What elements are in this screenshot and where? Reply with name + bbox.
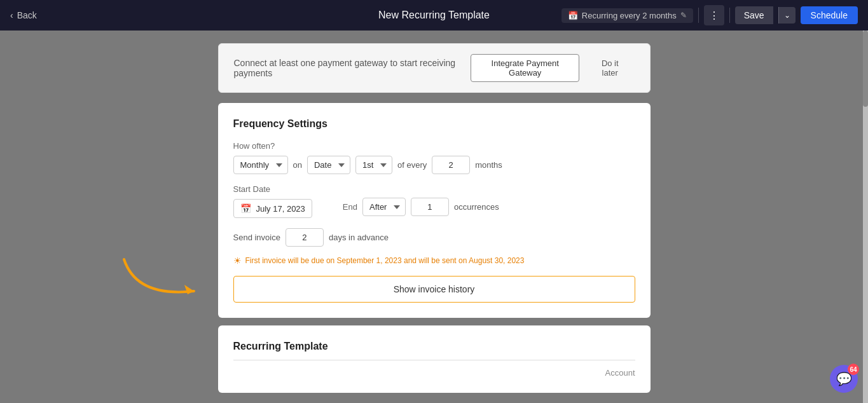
account-label: Account (233, 368, 635, 378)
more-options-button[interactable]: ⋮ (704, 5, 724, 25)
start-date-field[interactable]: 📅 July 17, 2023 (233, 199, 312, 218)
how-often-label: How often? (233, 141, 635, 151)
do-it-later-button[interactable]: Do it later (586, 54, 635, 82)
recurring-template-title: Recurring Template (233, 341, 635, 352)
save-button[interactable]: Save (735, 6, 773, 24)
frequency-settings-card: Frequency Settings How often? Monthly on… (218, 103, 651, 318)
frequency-select[interactable]: Monthly (233, 156, 288, 174)
calendar-icon: 📅 (240, 203, 251, 214)
date-end-row: Start Date 📅 July 17, 2023 End After 1 o… (233, 184, 635, 218)
on-label: on (293, 160, 302, 170)
gateway-banner-actions: Integrate Payment Gateway Do it later (471, 54, 634, 82)
frequency-settings-title: Frequency Settings (233, 118, 635, 130)
card-divider (233, 360, 635, 360)
back-button[interactable]: ‹ Back (10, 10, 37, 20)
occurrences-input[interactable]: 1 (411, 198, 449, 216)
info-text: ☀ First invoice will be due on September… (233, 256, 635, 266)
back-chevron-icon: ‹ (10, 10, 13, 20)
frequency-row: Monthly on Date 1st of every 2 months (233, 156, 635, 174)
months-label: months (475, 160, 502, 170)
recurring-badge: 📅 Recurring every 2 months ✎ (561, 8, 693, 23)
chat-badge[interactable]: 💬 64 (830, 365, 858, 393)
date-value: July 17, 2023 (256, 204, 305, 214)
divider (698, 8, 699, 23)
gateway-banner: Connect at least one payment gateway to … (218, 43, 651, 93)
scrollbar-thumb[interactable] (863, 31, 868, 107)
end-type-select[interactable]: After (362, 198, 406, 216)
send-invoice-label: Send invoice (233, 233, 280, 242)
show-invoice-history-button[interactable]: Show invoice history (233, 276, 635, 303)
days-advance-input[interactable]: 2 (286, 228, 324, 247)
calendar-small-icon: 📅 (568, 11, 578, 20)
schedule-button[interactable]: Schedule (801, 6, 858, 24)
end-label: End (343, 202, 357, 212)
integrate-button[interactable]: Integrate Payment Gateway (471, 54, 579, 82)
top-bar: ‹ Back New Recurring Template 📅 Recurrin… (0, 0, 868, 31)
send-invoice-row: Send invoice 2 days in advance (233, 228, 635, 247)
months-count-input[interactable]: 2 (432, 156, 470, 174)
recurring-label: Recurring every 2 months (582, 11, 677, 20)
main-content: Connect at least one payment gateway to … (0, 31, 868, 403)
days-advance-label: days in advance (329, 233, 389, 242)
divider2 (729, 8, 730, 23)
day-select[interactable]: 1st (355, 156, 392, 174)
occurrences-label: occurrences (454, 202, 499, 212)
gateway-banner-text: Connect at least one payment gateway to … (234, 58, 471, 78)
start-date-label: Start Date (233, 184, 312, 194)
save-dropdown-button[interactable]: ⌄ (778, 7, 796, 24)
edit-icon[interactable]: ✎ (680, 11, 687, 20)
recurring-template-card: Recurring Template Account (218, 325, 651, 393)
back-label: Back (17, 10, 37, 20)
date-type-select[interactable]: Date (307, 156, 350, 174)
chat-count: 64 (848, 364, 859, 375)
info-icon: ☀ (233, 256, 242, 266)
page-title: New Recurring Template (378, 10, 490, 21)
top-bar-actions: 📅 Recurring every 2 months ✎ ⋮ Save ⌄ Sc… (561, 5, 858, 25)
of-every-label: of every (397, 160, 427, 170)
info-message: First invoice will be due on September 1… (245, 256, 525, 265)
